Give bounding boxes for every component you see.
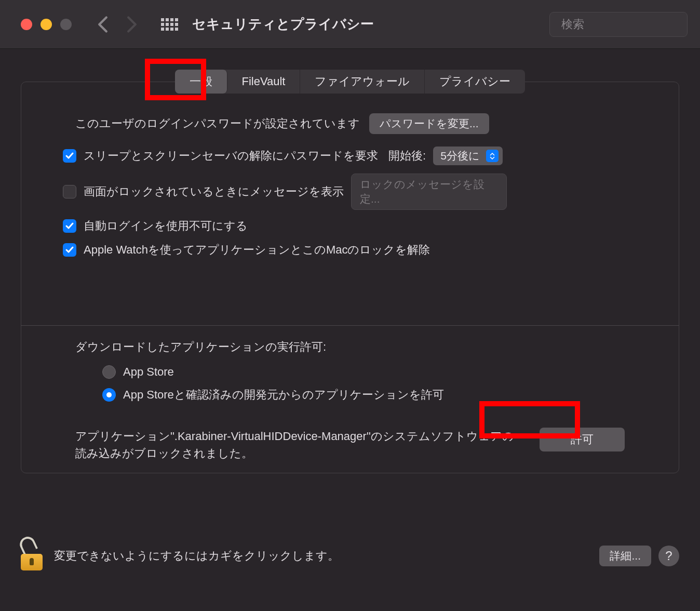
apple-watch-label: Apple Watchを使ってアプリケーションとこのMacのロックを解除	[84, 242, 430, 258]
close-window-button[interactable]	[21, 19, 32, 30]
disable-auto-login-checkbox[interactable]	[63, 219, 76, 233]
download-section: ダウンロードしたアプリケーションの実行許可: App Store App Sto…	[63, 339, 637, 403]
forward-button[interactable]	[122, 14, 142, 35]
tab-firewall[interactable]: ファイアウォール	[300, 70, 425, 94]
search-field[interactable]	[549, 12, 688, 37]
nav-buttons	[92, 14, 142, 35]
radio-identified-row: App Storeと確認済みの開発元からのアプリケーションを許可	[102, 387, 625, 403]
login-password-label: このユーザのログインパスワードが設定されています	[75, 116, 360, 131]
advanced-button[interactable]: 詳細...	[599, 546, 651, 566]
stepper-arrows-icon	[486, 150, 499, 162]
password-delay-select[interactable]: 5分後に	[433, 147, 503, 165]
login-password-row: このユーザのログインパスワードが設定されています パスワードを変更...	[75, 113, 637, 134]
password-delay-value: 5分後に	[440, 149, 480, 163]
back-button[interactable]	[92, 14, 113, 35]
lock-icon[interactable]	[21, 541, 44, 570]
tab-privacy[interactable]: プライバシー	[425, 70, 525, 94]
radio-appstore-label: App Store	[123, 365, 174, 379]
require-password-row: スリープとスクリーンセーバの解除にパスワードを要求 開始後: 5分後に	[63, 147, 637, 165]
security-preferences-window: セキュリティとプライバシー 一般 FileVault ファイアウォール プライバ…	[0, 0, 700, 611]
help-button[interactable]: ?	[658, 546, 679, 566]
blocked-text: アプリケーション".Karabiner-VirtualHIDDevice-Man…	[75, 428, 524, 462]
check-icon	[65, 151, 74, 161]
tab-bar: 一般 FileVault ファイアウォール プライバシー	[175, 70, 526, 94]
grid-icon	[161, 18, 178, 31]
radio-appstore-row: App Store	[102, 365, 625, 379]
footer: 変更できないようにするにはカギをクリックします。 詳細... ?	[21, 541, 679, 570]
minimize-window-button[interactable]	[41, 19, 52, 30]
radio-identified-label: App Storeと確認済みの開発元からのアプリケーションを許可	[123, 387, 444, 403]
download-title: ダウンロードしたアプリケーションの実行許可:	[75, 339, 625, 355]
general-panel: このユーザのログインパスワードが設定されています パスワードを変更... スリー…	[21, 82, 679, 473]
traffic-lights	[21, 19, 72, 30]
allow-button[interactable]: 許可	[540, 428, 625, 451]
tab-general[interactable]: 一般	[175, 70, 227, 94]
apple-watch-checkbox[interactable]	[63, 243, 76, 257]
footer-right: 詳細... ?	[599, 546, 679, 566]
require-password-label: スリープとスクリーンセーバの解除にパスワードを要求	[84, 148, 378, 164]
apple-watch-row: Apple Watchを使ってアプリケーションとこのMacのロックを解除	[63, 242, 637, 258]
after-label: 開始後:	[388, 148, 426, 164]
disable-auto-login-row: 自動ログインを使用不可にする	[63, 218, 637, 234]
divider	[21, 325, 679, 326]
search-input[interactable]	[561, 18, 700, 31]
show-message-checkbox[interactable]	[63, 185, 76, 198]
zoom-window-button[interactable]	[60, 19, 72, 30]
tab-bar-wrapper: 一般 FileVault ファイアウォール プライバシー	[21, 70, 679, 94]
show-message-row: 画面がロックされているときにメッセージを表示 ロックのメッセージを設定...	[63, 174, 637, 210]
check-icon	[65, 221, 74, 231]
check-icon	[65, 245, 74, 255]
content: 一般 FileVault ファイアウォール プライバシー このユーザのログインパ…	[0, 49, 700, 473]
radio-appstore[interactable]	[102, 365, 116, 379]
radio-identified[interactable]	[102, 388, 116, 402]
lock-help-text: 変更できないようにするにはカギをクリックします。	[54, 548, 589, 564]
show-message-label: 画面がロックされているときにメッセージを表示	[84, 184, 344, 200]
blocked-software-row: アプリケーション".Karabiner-VirtualHIDDevice-Man…	[63, 428, 637, 462]
download-radio-group: App Store App Storeと確認済みの開発元からのアプリケーションを…	[102, 365, 625, 403]
titlebar: セキュリティとプライバシー	[0, 0, 700, 49]
disable-auto-login-label: 自動ログインを使用不可にする	[84, 218, 248, 234]
window-title: セキュリティとプライバシー	[192, 15, 549, 33]
lock-message-button: ロックのメッセージを設定...	[351, 174, 507, 210]
tab-filevault[interactable]: FileVault	[227, 70, 301, 94]
require-password-checkbox[interactable]	[63, 149, 76, 163]
show-all-button[interactable]	[159, 14, 180, 35]
change-password-button[interactable]: パスワードを変更...	[369, 113, 489, 134]
